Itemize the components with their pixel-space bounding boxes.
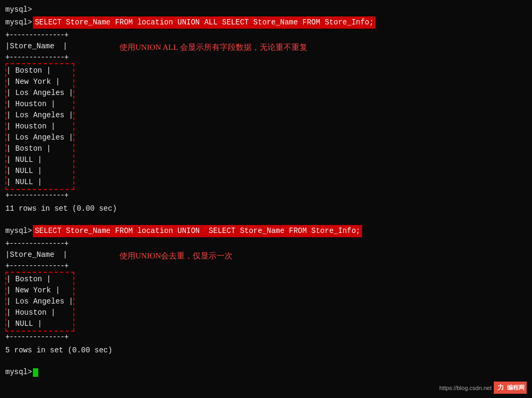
query2-command: SELECT Store_Name FROM location UNION SE… — [33, 225, 362, 237]
table1-row-1: | New York | — [6, 76, 73, 88]
prompt1: mysql> — [5, 4, 32, 15]
query1-command: SELECT Store_Name FROM location UNION AL… — [33, 16, 375, 29]
table2-row-2: | Los Angeles | — [6, 296, 73, 307]
table1-row-7: | Boston | — [6, 143, 73, 154]
table2-header-row: | Store_Name | — [5, 249, 527, 261]
table1-row-3: | Houston | — [6, 99, 73, 110]
table1-border-bottom: +--------------+ — [5, 190, 527, 201]
cursor-block — [33, 368, 38, 377]
table2-row-4: | NULL | — [6, 318, 73, 330]
watermark-url: https://blog.csdn.net — [439, 385, 491, 391]
final-prompt-line: mysql> — [5, 367, 527, 378]
query1-rows-info: 11 rows in set (0.00 sec) — [5, 203, 527, 214]
table1-header-pipe-right: | — [63, 41, 67, 52]
query1-section: 使用UNION ALL 会显示所有字段数据，无论重不重复 +----------… — [5, 30, 527, 201]
table1-row-6: | Los Angeles | — [6, 132, 73, 143]
table1-border-top: +--------------+ — [5, 30, 527, 41]
terminal: mysql> mysql> SELECT Store_Name FROM loc… — [0, 0, 532, 383]
table2-border-mid: +--------------+ — [5, 261, 527, 272]
table2-header-value: Store_Name — [10, 249, 63, 261]
query1-prompt-line: mysql> SELECT Store_Name FROM location U… — [5, 16, 527, 29]
query2-section: 使用UNION会去重，仅显示一次 +--------------+ | Stor… — [5, 238, 527, 343]
watermark-logo-text: 编程网 — [507, 384, 525, 391]
table1-row-0: | Boston | — [6, 65, 73, 76]
section-divider — [5, 220, 527, 225]
table2-border-bottom: +--------------+ — [5, 332, 527, 343]
table2-header-pipe-left: | — [5, 249, 10, 261]
section-divider2 — [5, 361, 527, 367]
initial-prompt-line: mysql> — [5, 4, 527, 15]
table2-data-box: | Boston | | New York | | Los Angeles | … — [5, 272, 74, 332]
final-prompt: mysql> — [5, 367, 32, 378]
query2-annotation: 使用UNION会去重，仅显示一次 — [119, 250, 233, 262]
table1-row-8: | NULL | — [6, 154, 73, 166]
table2-row-0: | Boston | — [6, 274, 73, 285]
prompt3: mysql> — [5, 226, 32, 237]
table1-border-mid: +--------------+ — [5, 52, 527, 63]
table1-header-pipe-left: | — [5, 41, 10, 52]
watermark-logo: 力 编程网 — [494, 382, 527, 394]
table2-header-pipe-right: | — [63, 249, 67, 261]
query2-rows-info: 5 rows in set (0.00 sec) — [5, 345, 527, 356]
table1-row-2: | Los Angeles | — [6, 88, 73, 99]
table1-row-4: | Los Angeles | — [6, 110, 73, 121]
table2-row-3: | Houston | — [6, 307, 73, 318]
table1-data-box: | Boston | | New York | | Los Angeles | … — [5, 63, 74, 190]
watermark-logo-icon: 力 — [496, 383, 505, 393]
prompt2: mysql> — [5, 17, 32, 28]
watermark: https://blog.csdn.net 力 编程网 — [439, 382, 527, 394]
table1-header-value: Store_Name — [10, 41, 63, 52]
table1-row-10: | NULL | — [6, 177, 73, 188]
table2-row-1: | New York | — [6, 285, 73, 296]
table1-row-5: | Houston | — [6, 121, 73, 132]
table1-row-9: | NULL | — [6, 166, 73, 177]
query1-annotation: 使用UNION ALL 会显示所有字段数据，无论重不重复 — [119, 41, 307, 54]
table2-border-top: +--------------+ — [5, 238, 527, 249]
query2-prompt-line: mysql> SELECT Store_Name FROM location U… — [5, 225, 527, 237]
